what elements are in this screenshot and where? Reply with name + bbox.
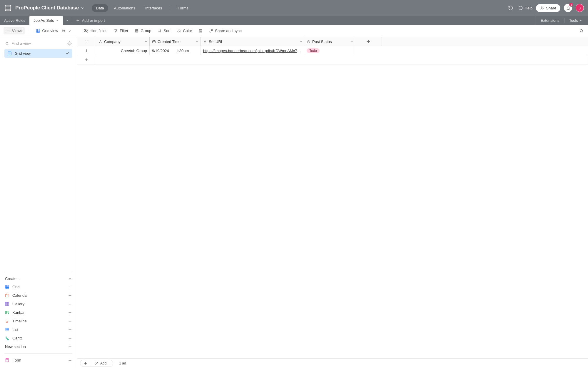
select-all-checkbox[interactable] xyxy=(85,40,88,43)
create-kanban[interactable]: Kanban xyxy=(4,308,72,317)
tabs-more-button[interactable] xyxy=(63,16,72,25)
create-item-label: Gantt xyxy=(12,336,22,340)
sidebar-view-grid[interactable]: Grid view xyxy=(4,49,72,58)
cell-created-time[interactable]: 9/19/2024 1:30pm xyxy=(150,46,201,55)
cell-created-date: 9/19/2024 xyxy=(152,49,169,53)
tab-label: Active Roles xyxy=(4,18,25,23)
views-label: Views xyxy=(12,29,22,33)
share-button[interactable]: Share xyxy=(536,4,560,12)
add-record-button[interactable] xyxy=(80,360,91,367)
toolbar-divider xyxy=(29,29,29,33)
create-item-label: Calendar xyxy=(12,293,28,298)
color-button[interactable]: Color xyxy=(174,27,195,34)
extensions-button[interactable]: Extensions xyxy=(538,18,562,23)
tab-job-ad-sets[interactable]: Job Ad Sets xyxy=(29,16,63,25)
cell-url-link[interactable]: https://images.bannerbear.com/join_pdfs/… xyxy=(203,49,302,53)
hide-fields-button[interactable]: Hide fields xyxy=(81,27,110,34)
svg-point-31 xyxy=(6,330,6,331)
svg-point-7 xyxy=(62,29,63,31)
header-label: Company xyxy=(104,39,121,44)
add-row[interactable] xyxy=(77,55,588,64)
search-button[interactable] xyxy=(579,28,584,34)
tools-button[interactable]: Tools xyxy=(566,18,585,23)
cell-set-url[interactable]: https://images.bannerbear.com/join_pdfs/… xyxy=(201,46,304,55)
create-item-label: Kanban xyxy=(12,310,26,315)
filter-label: Filter xyxy=(120,29,128,33)
header-label: Set URL xyxy=(209,39,223,44)
svg-rect-25 xyxy=(8,311,9,314)
header-company[interactable]: Company xyxy=(96,37,150,46)
chevron-down-icon[interactable] xyxy=(81,6,84,10)
header-created-time[interactable]: Created Time xyxy=(150,37,201,46)
add-row-cell[interactable] xyxy=(96,55,588,64)
find-view-input[interactable] xyxy=(11,41,65,46)
help-button[interactable]: Help xyxy=(518,6,533,10)
svg-rect-16 xyxy=(8,52,11,55)
header-label: Post Status xyxy=(312,39,332,44)
svg-point-14 xyxy=(6,42,8,44)
add-menu-button[interactable]: Add... xyxy=(91,360,113,367)
svg-rect-28 xyxy=(6,322,8,323)
tab-active-roles[interactable]: Active Roles xyxy=(0,16,29,25)
create-gallery[interactable]: Gallery xyxy=(4,300,72,308)
group-button[interactable]: Group xyxy=(132,27,154,34)
add-or-import-button[interactable]: Add or import xyxy=(72,16,109,25)
nav-automations[interactable]: Automations xyxy=(110,4,139,12)
svg-rect-21 xyxy=(6,304,7,306)
create-timeline[interactable]: Timeline xyxy=(4,317,72,325)
svg-point-13 xyxy=(580,29,582,32)
add-field-button[interactable] xyxy=(355,37,382,46)
svg-rect-17 xyxy=(6,285,9,289)
sidebar-create-header[interactable]: Create... xyxy=(4,275,72,283)
search-icon xyxy=(5,42,9,46)
calendar-icon xyxy=(152,40,156,44)
create-gantt[interactable]: Gantt xyxy=(4,334,72,342)
tabs-right: Extensions Tools xyxy=(535,16,588,25)
svg-point-15 xyxy=(69,43,70,44)
create-calendar[interactable]: Calendar xyxy=(4,291,72,300)
views-button[interactable]: Views xyxy=(4,27,25,34)
sort-button[interactable]: Sort xyxy=(155,27,173,34)
row-number[interactable]: 1 xyxy=(77,46,96,55)
chevron-down-icon[interactable] xyxy=(56,19,59,22)
nav-interfaces[interactable]: Interfaces xyxy=(141,4,166,12)
add-row-button[interactable] xyxy=(77,55,96,64)
header-post-status[interactable]: Post Status xyxy=(304,37,355,46)
gear-icon[interactable] xyxy=(67,41,72,46)
svg-point-4 xyxy=(541,7,542,8)
svg-rect-33 xyxy=(6,338,8,339)
grid-view-dropdown[interactable]: Grid view xyxy=(33,27,74,34)
table-row[interactable]: 1 Cheetah Group 9/19/2024 1:30pm https:/… xyxy=(77,46,588,55)
header-set-url[interactable]: Set URL xyxy=(201,37,304,46)
svg-rect-18 xyxy=(6,294,9,297)
svg-point-8 xyxy=(64,29,65,31)
cell-company[interactable]: Cheetah Group xyxy=(96,46,150,55)
wand-icon xyxy=(95,362,98,365)
create-new-section[interactable]: New section xyxy=(4,342,72,351)
header-rownum[interactable] xyxy=(77,37,96,46)
share-sync-label: Share and sync xyxy=(215,29,241,33)
notifications-button[interactable]: 2 xyxy=(564,4,572,12)
sidebar-divider xyxy=(4,353,72,354)
cell-post-status[interactable]: Todo xyxy=(304,46,355,55)
create-form[interactable]: Form xyxy=(4,356,72,364)
chevron-down-icon[interactable] xyxy=(350,40,353,43)
chevron-down-icon[interactable] xyxy=(145,40,148,43)
user-avatar[interactable]: J xyxy=(576,4,584,12)
history-icon[interactable] xyxy=(507,4,515,12)
chevron-down-icon[interactable] xyxy=(196,40,199,43)
create-list[interactable]: List xyxy=(4,325,72,334)
svg-rect-20 xyxy=(8,302,9,304)
tabs-divider xyxy=(564,18,564,23)
chevron-down-icon[interactable] xyxy=(299,40,302,43)
create-list: Grid Calendar Gallery Kanban Timeline Li… xyxy=(4,283,72,351)
nav-forms[interactable]: Forms xyxy=(173,4,193,12)
plus-icon xyxy=(68,319,72,323)
share-sync-button[interactable]: Share and sync xyxy=(206,27,244,34)
filter-button[interactable]: Filter xyxy=(111,27,131,34)
row-height-button[interactable] xyxy=(196,27,205,34)
workspace-title[interactable]: ProPeople Client Database xyxy=(15,5,79,11)
create-grid[interactable]: Grid xyxy=(4,283,72,291)
nav-data[interactable]: Data xyxy=(92,4,108,12)
extensions-label: Extensions xyxy=(541,18,559,23)
